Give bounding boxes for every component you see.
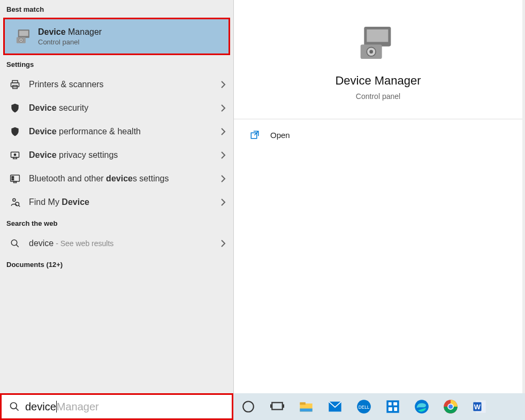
section-header-best-match: Best match [0, 0, 233, 18]
svg-rect-6 [11, 83, 19, 87]
settings-item-bluetooth[interactable]: Bluetooth and other devices settings [0, 167, 233, 190]
section-header-documents: Documents (12+) [0, 255, 233, 273]
search-icon [9, 401, 20, 412]
svg-rect-42 [394, 407, 397, 411]
settings-item-label: Device security [29, 103, 220, 113]
svg-rect-40 [393, 402, 397, 406]
settings-item-label: Device privacy settings [29, 150, 220, 160]
svg-point-4 [20, 40, 22, 41]
settings-item-printers[interactable]: Printers & scanners [0, 73, 233, 96]
section-header-web: Search the web [0, 214, 233, 232]
taskbar-taskview[interactable] [267, 396, 288, 417]
settings-item-security[interactable]: Device security [0, 96, 233, 120]
taskbar-word[interactable]: W [469, 396, 490, 417]
svg-point-24 [369, 50, 373, 54]
taskbar-tiles[interactable] [382, 396, 404, 417]
divider [234, 119, 522, 119]
taskbar-explorer[interactable] [295, 396, 317, 417]
chevron-right-icon [220, 81, 226, 88]
taskbar: DELLW [233, 393, 525, 420]
taskbar-cortana[interactable] [238, 396, 259, 417]
findmy-icon [9, 196, 21, 209]
svg-point-16 [16, 202, 19, 206]
svg-point-18 [11, 240, 17, 246]
device-manager-icon [13, 26, 35, 47]
svg-line-27 [16, 408, 19, 411]
search-typed-text: device [25, 401, 56, 413]
svg-rect-39 [389, 402, 392, 406]
svg-rect-33 [300, 402, 306, 405]
svg-rect-38 [386, 400, 399, 413]
web-result-device[interactable]: device - See web results [0, 232, 233, 255]
settings-item-label: Device performance & health [29, 127, 220, 136]
chevron-right-icon [220, 128, 226, 135]
settings-item-findmy[interactable]: Find My Device [0, 190, 233, 214]
svg-rect-41 [389, 407, 392, 411]
svg-line-17 [19, 205, 20, 207]
chevron-right-icon [220, 151, 226, 159]
svg-rect-21 [367, 29, 388, 42]
settings-item-label: Bluetooth and other devices settings [29, 174, 220, 184]
svg-rect-29 [272, 402, 283, 409]
taskbar-chrome[interactable] [440, 396, 461, 417]
search-icon [9, 237, 21, 250]
best-match-text: Device Manager Control panel [38, 27, 102, 46]
printer-icon [9, 78, 21, 91]
svg-text:W: W [474, 403, 481, 411]
privacy-icon [9, 149, 21, 162]
svg-rect-9 [13, 157, 17, 159]
svg-rect-13 [12, 177, 13, 178]
svg-rect-14 [12, 179, 13, 180]
svg-text:DELL: DELL [359, 405, 370, 410]
preview-subtitle: Control panel [245, 92, 512, 101]
open-icon [250, 130, 261, 140]
settings-item-privacy[interactable]: Device privacy settings [0, 143, 233, 167]
svg-rect-1 [19, 30, 28, 36]
search-results-panel: Best match Device Manager Control panel … [0, 0, 233, 393]
svg-point-26 [11, 403, 17, 409]
settings-item-perf[interactable]: Device performance & health [0, 120, 233, 143]
device-manager-large-icon [357, 21, 400, 64]
taskbar-mail[interactable] [324, 396, 346, 417]
chevron-right-icon [220, 240, 226, 247]
section-header-settings: Settings [0, 55, 233, 73]
preview-title: Device Manager [245, 74, 512, 88]
preview-panel: Device Manager Control panel Open [233, 0, 522, 393]
settings-item-label: Printers & scanners [29, 80, 220, 89]
svg-line-19 [16, 245, 19, 247]
svg-point-47 [448, 404, 453, 409]
best-match-device-manager[interactable]: Device Manager Control panel [3, 18, 230, 55]
search-ghost-text: Manager [57, 401, 99, 413]
chevron-right-icon [220, 104, 226, 112]
shield-icon [9, 102, 21, 114]
preview-action-open[interactable]: Open [234, 124, 522, 146]
svg-rect-34 [300, 409, 312, 412]
settings-item-label: Find My Device [29, 197, 220, 207]
chevron-right-icon [220, 198, 226, 206]
taskbar-edge[interactable] [411, 396, 432, 417]
chevron-right-icon [220, 175, 226, 182]
svg-point-28 [243, 401, 254, 412]
svg-rect-12 [14, 181, 17, 183]
bluetooth-icon [9, 172, 21, 185]
taskbar-dell[interactable]: DELL [353, 396, 375, 417]
shield-icon [9, 125, 21, 138]
svg-point-10 [14, 154, 16, 156]
search-input[interactable]: device Manager [0, 393, 233, 420]
svg-point-15 [13, 198, 16, 201]
